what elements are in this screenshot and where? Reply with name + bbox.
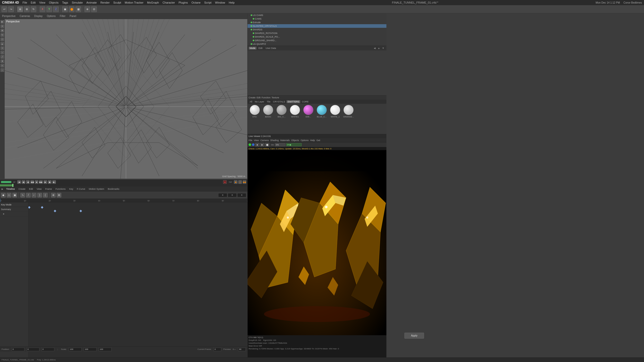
lv-menu-objects[interactable]: Objects	[291, 139, 299, 142]
tl-val-3[interactable]: 0	[237, 193, 246, 197]
tl-tab-fcurve[interactable]: F-Curve	[76, 187, 86, 191]
obj-shards-scale[interactable]: SHARDS_SCALE_PO...	[248, 35, 386, 39]
prop-tab-mode[interactable]: Mode	[249, 47, 257, 50]
menu-objects[interactable]: Objects	[49, 1, 58, 4]
mat-swatch-6[interactable]: WHITE_1	[329, 105, 341, 118]
lv-menu-materials[interactable]: Materials	[280, 139, 290, 142]
tool-select[interactable]: ▶	[1, 20, 4, 24]
mat-tab-tile[interactable]: Tile	[266, 100, 272, 103]
xyz-x[interactable]: X	[40, 6, 45, 12]
tl-interp-step[interactable]: ⌐	[32, 193, 36, 197]
select-all[interactable]: ▣	[62, 6, 68, 12]
lv-menu-file[interactable]: File	[249, 139, 252, 142]
menu-simulate[interactable]: Simulate	[72, 1, 83, 4]
lv-menu-view[interactable]: View	[254, 139, 259, 142]
tl-tab-functions[interactable]: Functions	[55, 187, 66, 191]
main-viewport[interactable]: Perspective Grid Spacing : 5000 m	[5, 19, 247, 179]
mat-swatch-1[interactable]: BASIC	[262, 105, 274, 118]
menu-file[interactable]: File	[23, 1, 27, 4]
keyframe-3[interactable]	[80, 210, 82, 212]
tool-magnet[interactable]: ∪	[1, 64, 4, 67]
tool-live-select[interactable]: ⬡	[1, 38, 4, 41]
tl-tab-bookmarks[interactable]: Bookmarks	[107, 187, 120, 191]
prev-frame-btn[interactable]: ◀	[26, 180, 30, 184]
obj-extrude[interactable]: Extrude	[248, 21, 386, 24]
vp-tab-panel[interactable]: Panel	[69, 14, 77, 18]
scale-z-field[interactable]: 100	[99, 348, 112, 351]
play-stop-btn[interactable]: ■	[35, 180, 38, 184]
tl-interp-ease-out[interactable]: (	[43, 193, 48, 197]
tl-zoom[interactable]: ⊞	[57, 193, 61, 197]
tl-interp-linear[interactable]: /	[26, 193, 31, 197]
obj-ground-shard[interactable]: GROUND_SHARD...	[248, 39, 386, 42]
lv-menu-help[interactable]: Help	[310, 139, 315, 142]
tool-move[interactable]: ✛	[1, 24, 4, 28]
menu-octane[interactable]: Octane	[191, 1, 200, 4]
tool-extrude[interactable]: ⬆	[1, 59, 4, 63]
menu-mograph[interactable]: MoGraph	[147, 1, 159, 4]
obj-lg-cams[interactable]: LG CAMS	[248, 13, 386, 17]
prop-tab-userdata[interactable]: User Data	[265, 47, 277, 50]
tl-tab-create[interactable]: Create	[18, 187, 26, 191]
lv-btn-3[interactable]: ⬤	[265, 143, 269, 146]
prop-tab-edit[interactable]: Edit	[258, 47, 264, 50]
track-summary[interactable]: Summary	[0, 207, 28, 212]
xyz-y[interactable]: Y	[46, 6, 52, 12]
tool-scale[interactable]: ⊞	[1, 29, 4, 32]
lv-btn-1[interactable]: ■	[255, 143, 259, 146]
tl-interp-ease-in[interactable]: )	[37, 193, 42, 197]
vp-tab-cameras[interactable]: Cameras	[19, 14, 31, 18]
tl-select-all[interactable]: ▣	[12, 193, 17, 197]
tl-tab-frame[interactable]: Frame	[45, 187, 53, 191]
render-region[interactable]: ▦	[75, 6, 81, 12]
tl-tab-edit[interactable]: Edit	[28, 187, 34, 191]
play-reverse-btn[interactable]: ◀◀	[30, 180, 34, 184]
mat-function[interactable]: Function	[262, 96, 271, 99]
undo-btn[interactable]: ↩	[2, 6, 7, 12]
mat-tab-nolayer[interactable]: No Layer	[254, 100, 265, 103]
prop-nav-left[interactable]: ◀	[374, 47, 376, 49]
vp-tab-filter[interactable]: Filter	[59, 14, 66, 18]
mat-tab-emitters[interactable]: EMITTERS	[286, 100, 300, 103]
tl-interp-spline[interactable]: ∿	[20, 193, 25, 197]
mat-swatch-4[interactable]: EMI...	[302, 105, 315, 118]
menu-render[interactable]: Render	[100, 1, 110, 4]
menu-animate[interactable]: Animate	[86, 1, 97, 4]
tl-remove-key[interactable]: ◇	[7, 193, 11, 197]
apply-button[interactable]: Apply	[404, 333, 424, 339]
rotate-tool[interactable]: ↻	[31, 6, 36, 12]
menu-help[interactable]: Help	[229, 1, 235, 4]
mat-tab-core[interactable]: CORE	[301, 100, 310, 103]
tool-poly[interactable]: ▲	[1, 42, 4, 46]
tl-tab-motionsystem[interactable]: Motion System	[88, 187, 105, 191]
key-add-btn[interactable]: ◆	[234, 180, 238, 184]
mat-tab-crystals[interactable]: CRYSTALS	[272, 100, 286, 103]
mat-texture[interactable]: Texture	[272, 96, 279, 99]
menu-edit[interactable]: Edit	[31, 1, 36, 4]
menu-tags[interactable]: Tags	[62, 1, 68, 4]
record-btn[interactable]: ●	[223, 180, 227, 184]
menu-motion-tracker[interactable]: Motion Tracker	[125, 1, 143, 4]
mat-swatch-0[interactable]: STO.	[249, 105, 261, 118]
prop-nav-down[interactable]: ▼	[382, 47, 384, 49]
scale-x-field[interactable]: 100	[69, 348, 82, 351]
vp-tab-display[interactable]: Display	[33, 14, 44, 18]
keyframe-0[interactable]	[28, 206, 30, 209]
lv-menu-options[interactable]: Options	[301, 139, 309, 142]
snapping[interactable]: ⊕	[84, 6, 90, 12]
track-frames[interactable]	[28, 202, 247, 362]
menu-sculpt[interactable]: Sculpt	[113, 1, 121, 4]
tl-snap[interactable]: ⊕	[51, 193, 56, 197]
pos-y-field[interactable]: 0	[27, 348, 39, 351]
lv-menu-shading[interactable]: Shading	[270, 139, 279, 142]
vp-tab-perspective[interactable]: Perspective	[1, 14, 16, 18]
menu-plugins[interactable]: Plugins	[179, 1, 188, 4]
track-sub[interactable]	[0, 212, 28, 216]
obj-lg-quartz[interactable]: LG QUARTZ	[248, 42, 386, 46]
current-frame-field[interactable]: 0	[214, 348, 221, 351]
obj-shards[interactable]: SHARDS	[248, 28, 386, 31]
menu-character[interactable]: Character	[163, 1, 175, 4]
xyz-z[interactable]: Z	[53, 6, 59, 12]
tl-val-2[interactable]: 0	[228, 193, 237, 197]
mat-swatch-7[interactable]: ORANGE...	[342, 105, 355, 118]
